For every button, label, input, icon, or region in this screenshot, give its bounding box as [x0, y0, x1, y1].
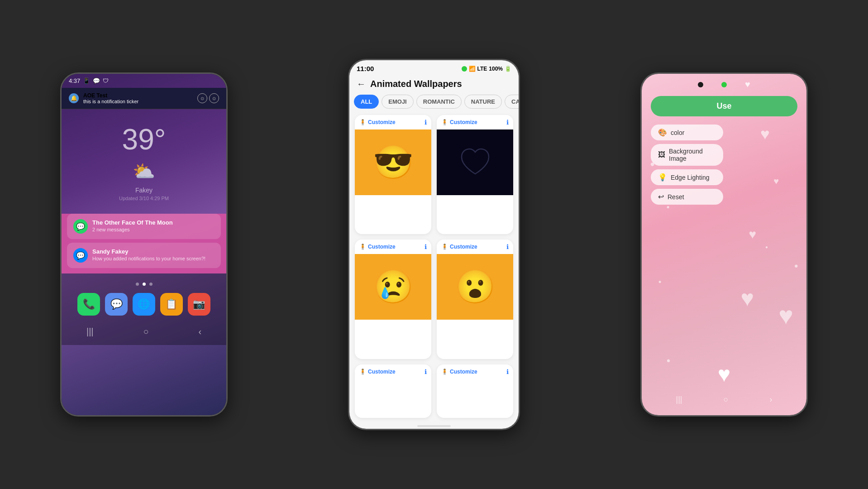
- wp-info-icon-6[interactable]: ℹ: [506, 368, 509, 375]
- messenger-icon: 💬: [93, 77, 100, 84]
- customize-label-6: Customize: [450, 369, 477, 375]
- nav-home-btn[interactable]: ○: [143, 326, 148, 337]
- dock-browser-icon[interactable]: 🌐: [133, 293, 155, 316]
- wp-header-2: 🧍 Customize ℹ: [437, 115, 513, 129]
- edge-lighting-label: Edge Lighting: [671, 174, 710, 181]
- page-dot-2: [143, 283, 146, 286]
- wallpaper-grid: 🧍 Customize ℹ 😎 🧍 Customize ℹ: [349, 113, 519, 423]
- customize-person-icon-1: 🧍: [359, 119, 366, 125]
- customize-label-2: Customize: [450, 119, 477, 125]
- whatsapp-icon: 📱: [83, 77, 90, 84]
- nav-recent-btn[interactable]: |||: [86, 326, 94, 337]
- customize-label-3: Customize: [368, 244, 396, 250]
- messenger-notif-title: Sandy Fakey: [92, 248, 205, 255]
- wp-header-1: 🧍 Customize ℹ: [355, 115, 431, 129]
- tab-emoji[interactable]: EMOJI: [382, 95, 413, 109]
- bottom-heart-icon: ♥: [718, 362, 731, 387]
- nav-recent-btn-p3[interactable]: |||: [676, 395, 682, 404]
- phone1-status-bar: 4:37 📱 💬 🛡: [62, 74, 226, 88]
- wallpaper-item-2[interactable]: 🧍 Customize ℹ: [437, 115, 513, 234]
- reset-icon: ↩: [658, 192, 664, 201]
- notification-card-whatsapp[interactable]: 💬 The Other Face Of The Moon 2 new messa…: [67, 214, 221, 239]
- vpn-icon: 🛡: [103, 77, 109, 84]
- nav-forward-btn-p3[interactable]: ›: [769, 395, 772, 404]
- wp-thumb-shock: 😮: [437, 254, 513, 320]
- messenger-notif-content: Sandy Fakey How you added notifications …: [92, 248, 205, 261]
- notification-banner-content: AOE Test this is a notification ticker: [83, 92, 138, 104]
- back-button[interactable]: ←: [357, 79, 366, 89]
- notification-card-messenger[interactable]: 💬 Sandy Fakey How you added notification…: [67, 243, 221, 268]
- wp-customize-3[interactable]: 🧍 Customize: [359, 244, 396, 250]
- wallpaper-item-6[interactable]: 🧍 Customize ℹ: [437, 364, 513, 418]
- wp-customize-6[interactable]: 🧍 Customize: [441, 369, 477, 375]
- phone3-navigation: ||| ○ ›: [642, 391, 806, 408]
- scroll-indicator: [417, 425, 451, 427]
- customize-label-5: Customize: [368, 369, 396, 375]
- options-panel: 🎨 color 🖼 Background Image 💡 Edge Lighti…: [651, 125, 797, 205]
- wp-info-icon-5[interactable]: ℹ: [424, 368, 427, 375]
- wp-info-icon-3[interactable]: ℹ: [424, 243, 427, 250]
- page-dot-3: [149, 283, 153, 286]
- wp-header-4: 🧍 Customize ℹ: [437, 240, 513, 254]
- notification-action-1[interactable]: ⊙: [197, 93, 207, 103]
- weather-location: Fakey: [62, 187, 226, 194]
- tab-nature[interactable]: NATURE: [464, 95, 502, 109]
- notification-app-name: AOE Test: [83, 92, 138, 99]
- wp-thumb-sunglasses: 😎: [355, 129, 431, 195]
- image-icon: 🖼: [658, 151, 665, 159]
- color-option[interactable]: 🎨 color: [651, 125, 723, 140]
- wp-header-3: 🧍 Customize ℹ: [355, 240, 431, 254]
- dock-screen-icon[interactable]: 📷: [188, 293, 210, 316]
- phone1-dock-area: 📞 💬 🌐 📋 📷 ||| ○ ‹: [62, 273, 226, 345]
- background-image-option[interactable]: 🖼 Background Image: [651, 144, 723, 166]
- color-option-label: color: [671, 129, 684, 136]
- battery-icon: 🔋: [505, 66, 511, 72]
- notification-ticker-text: this is a notification ticker: [83, 99, 138, 104]
- nav-home-btn-p3[interactable]: ○: [724, 395, 729, 404]
- whatsapp-notif-icon: 💬: [73, 219, 88, 234]
- use-button[interactable]: Use: [651, 96, 797, 116]
- wp-customize-2[interactable]: 🧍 Customize: [441, 119, 477, 125]
- wp-info-icon-1[interactable]: ℹ: [424, 119, 427, 126]
- battery-level: 100%: [489, 66, 503, 72]
- phone2-header: ← Animated Wallpapers: [349, 75, 519, 95]
- customize-person-icon-5: 🧍: [359, 369, 366, 375]
- whatsapp-notif-sub: 2 new messages: [92, 227, 173, 232]
- whatsapp-notif-title: The Other Face Of The Moon: [92, 219, 173, 226]
- dock-notes-icon[interactable]: 📋: [160, 293, 183, 316]
- dock-phone-icon[interactable]: 📞: [77, 293, 100, 316]
- customize-label-4: Customize: [450, 244, 477, 250]
- wallpaper-item-1[interactable]: 🧍 Customize ℹ 😎: [355, 115, 431, 234]
- tab-romantic[interactable]: ROMANTIC: [416, 95, 462, 109]
- page-dot-1: [136, 283, 139, 286]
- wallpaper-item-3[interactable]: 🧍 Customize ℹ 😢: [355, 240, 431, 359]
- dark-heart-svg: [457, 144, 493, 181]
- notification-cards-section: 💬 The Other Face Of The Moon 2 new messa…: [62, 214, 226, 273]
- phone3-bottom: ♥ ||| ○ ›: [642, 362, 806, 415]
- front-camera: [698, 82, 703, 87]
- reset-option[interactable]: ↩ Reset: [651, 189, 723, 205]
- edge-lighting-option[interactable]: 💡 Edge Lighting: [651, 169, 723, 185]
- wp-customize-4[interactable]: 🧍 Customize: [441, 244, 477, 250]
- wp-header-6: 🧍 Customize ℹ: [437, 364, 513, 379]
- wp-info-icon-2[interactable]: ℹ: [506, 119, 509, 126]
- wp-customize-5[interactable]: 🧍 Customize: [359, 369, 396, 375]
- wp-customize-1[interactable]: 🧍 Customize: [359, 119, 396, 125]
- phone2-status-right: 📶 LTE 100% 🔋: [462, 66, 511, 72]
- phone2-status-bar: 11:00 📶 LTE 100% 🔋: [349, 60, 519, 75]
- wallpaper-item-5[interactable]: 🧍 Customize ℹ: [355, 364, 431, 418]
- customize-person-icon-2: 🧍: [441, 119, 448, 125]
- messenger-notif-sub: How you added notifications to your home…: [92, 256, 205, 261]
- tab-cartoon[interactable]: CARTOON: [505, 95, 520, 109]
- wallpaper-item-4[interactable]: 🧍 Customize ℹ 😮: [437, 240, 513, 359]
- customize-person-icon-3: 🧍: [359, 244, 366, 250]
- notification-banner: 🔔 AOE Test this is a notification ticker…: [62, 88, 226, 109]
- notification-action-2[interactable]: ⊙: [209, 93, 219, 103]
- whatsapp-notif-content: The Other Face Of The Moon 2 new message…: [92, 219, 173, 232]
- camera-heart-deco: ♥: [745, 79, 750, 90]
- wp-info-icon-4[interactable]: ℹ: [506, 243, 509, 250]
- nav-back-btn[interactable]: ‹: [198, 326, 201, 337]
- dock-chat-icon[interactable]: 💬: [105, 293, 128, 316]
- signal-dot: [462, 66, 467, 72]
- tab-all[interactable]: ALL: [354, 95, 379, 109]
